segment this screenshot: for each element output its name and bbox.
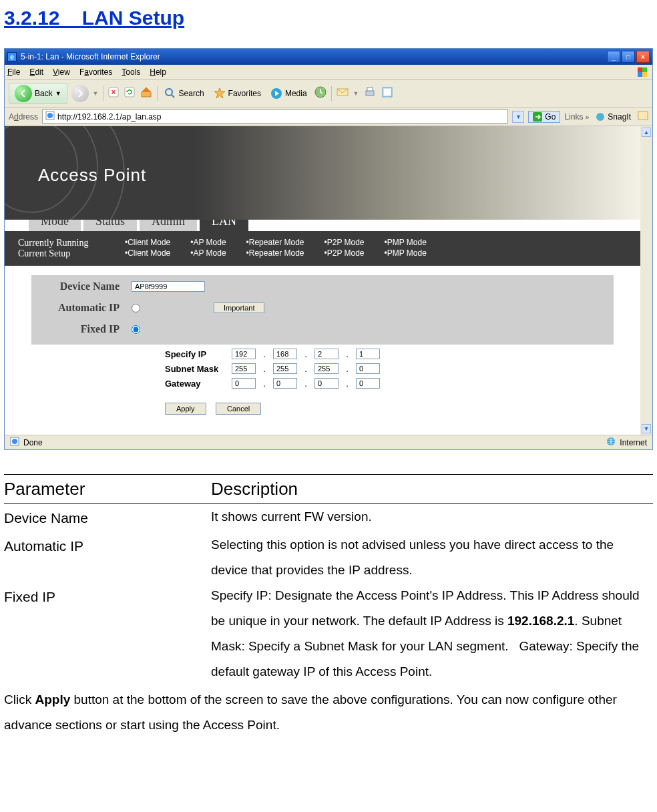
ip-oct-2[interactable] [273, 349, 297, 359]
snagit-button[interactable]: SnagIt [593, 111, 634, 123]
gw-oct-3[interactable] [314, 378, 339, 389]
desc-cell: It shows current FW version. [211, 504, 653, 532]
mode-item[interactable]: •Client Mode [125, 248, 170, 258]
mode-item[interactable]: •AP Mode [190, 238, 226, 247]
mail-button[interactable] [336, 85, 349, 102]
mode-item[interactable]: •P2P Mode [324, 248, 365, 258]
mask-oct-3[interactable] [314, 363, 339, 374]
svg-point-13 [47, 113, 53, 118]
close-button[interactable]: × [636, 51, 650, 63]
mask-oct-1[interactable] [232, 363, 256, 374]
refresh-button[interactable] [124, 86, 136, 101]
address-dropdown[interactable]: ▼ [512, 111, 524, 123]
maximize-button[interactable]: □ [622, 51, 635, 63]
scroll-down-icon[interactable]: ▼ [642, 424, 651, 433]
mask-oct-2[interactable] [273, 363, 297, 374]
ie-window: e 5-in-1: Lan - Microsoft Internet Explo… [4, 48, 653, 450]
currently-running-label: Currently Running [18, 238, 105, 248]
print-button[interactable] [363, 85, 377, 102]
specify-ip-label: Specify IP [165, 349, 225, 359]
favorites-button[interactable]: Favorites [211, 86, 264, 101]
mail-dropdown-icon[interactable]: ▼ [353, 90, 359, 97]
address-bar: Address ▼ Go Links » SnagIt [5, 108, 652, 126]
snagit-extra-icon[interactable] [638, 110, 648, 123]
gw-oct-1[interactable] [232, 378, 256, 389]
svg-point-15 [596, 113, 604, 121]
internet-zone-icon [606, 437, 616, 448]
window-title: 5-in-1: Lan - Microsoft Internet Explore… [21, 52, 160, 61]
mode-summary: Currently Running •Client Mode •AP Mode … [5, 234, 640, 266]
scroll-up-icon[interactable]: ▲ [642, 128, 651, 137]
gw-oct-4[interactable] [356, 378, 380, 389]
automatic-ip-radio[interactable] [132, 304, 140, 313]
status-text: Done [23, 438, 43, 447]
svg-point-3 [166, 89, 172, 95]
media-button[interactable]: Media [268, 86, 310, 101]
important-button[interactable]: Important [214, 302, 264, 313]
minimize-button[interactable]: _ [607, 51, 620, 63]
svg-rect-8 [366, 91, 374, 95]
internet-zone-label: Internet [620, 438, 647, 447]
current-setup-label: Current Setup [18, 248, 105, 259]
vertical-scrollbar[interactable]: ▲ ▼ [640, 126, 652, 435]
gateway-label: Gateway [165, 379, 225, 389]
section-heading: 3.2.12 LAN Setup [4, 7, 653, 29]
mode-item[interactable]: •PMP Mode [385, 238, 427, 247]
mode-item[interactable]: •Repeater Mode [246, 238, 304, 247]
param-cell: Automatic IP [4, 532, 211, 583]
mode-item[interactable]: •AP Mode [190, 248, 226, 258]
menu-favorites[interactable]: Favorites [79, 67, 112, 77]
menu-tools[interactable]: Tools [122, 67, 140, 77]
media-icon [270, 87, 282, 99]
stop-button[interactable]: × [107, 86, 120, 101]
table-row: Fixed IP Specify IP: Designate the Acces… [4, 583, 653, 684]
history-button[interactable] [314, 85, 327, 102]
menu-edit[interactable]: Edit [29, 67, 43, 77]
param-cell: Fixed IP [4, 583, 211, 684]
search-icon [164, 87, 176, 99]
links-label[interactable]: Links » [564, 112, 589, 122]
back-arrow-icon [15, 85, 32, 102]
menu-help[interactable]: Help [150, 67, 166, 77]
mask-oct-4[interactable] [356, 363, 380, 374]
forward-button[interactable] [71, 85, 89, 102]
menu-view[interactable]: View [53, 67, 70, 77]
fixed-ip-settings: Specify IP . . . Subnet Mask . . . [31, 349, 614, 389]
status-bar: Done Internet [5, 435, 652, 449]
parameter-table: Parameter Description Device Name It sho… [4, 474, 653, 738]
fixed-ip-label: Fixed IP [31, 321, 132, 338]
address-label: Address [9, 112, 38, 122]
svg-point-18 [12, 439, 17, 444]
back-button[interactable]: Back ▼ [9, 83, 67, 104]
search-button[interactable]: Search [162, 86, 207, 101]
go-button[interactable]: Go [528, 111, 560, 123]
ip-oct-1[interactable] [232, 349, 256, 359]
edit-button[interactable] [381, 85, 394, 102]
apply-instructions: Click Apply button at the bottom of the … [4, 687, 653, 738]
back-dropdown-icon[interactable]: ▼ [55, 90, 61, 97]
ip-oct-4[interactable] [356, 349, 380, 359]
gw-oct-2[interactable] [273, 378, 297, 389]
device-name-input[interactable] [132, 281, 205, 292]
lan-form: Device Name Automatic IP Important Fixed… [5, 266, 640, 435]
menu-file[interactable]: File [7, 67, 20, 77]
ip-oct-3[interactable] [314, 349, 339, 359]
mode-item[interactable]: •Client Mode [125, 238, 170, 247]
page-icon [45, 111, 55, 122]
param-cell: Device Name [4, 504, 211, 532]
mode-item[interactable]: •P2P Mode [324, 238, 365, 247]
desc-cell: Selecting this option is not advised unl… [211, 532, 653, 583]
device-name-label: Device Name [31, 278, 132, 295]
mode-item[interactable]: •PMP Mode [385, 248, 427, 258]
fixed-ip-radio[interactable] [132, 325, 140, 334]
address-input[interactable] [57, 112, 505, 122]
cancel-button[interactable]: Cancel [216, 403, 261, 415]
table-row: Automatic IP Selecting this option is no… [4, 532, 653, 583]
svg-rect-16 [638, 112, 648, 120]
apply-button[interactable]: Apply [165, 403, 206, 415]
forward-dropdown-icon[interactable]: ▼ [93, 90, 99, 97]
home-button[interactable] [140, 85, 153, 102]
toolbar: Back ▼ ▼ × Search Favorites Media [5, 80, 652, 108]
mode-item[interactable]: •Repeater Mode [246, 248, 304, 258]
star-icon [214, 87, 226, 99]
